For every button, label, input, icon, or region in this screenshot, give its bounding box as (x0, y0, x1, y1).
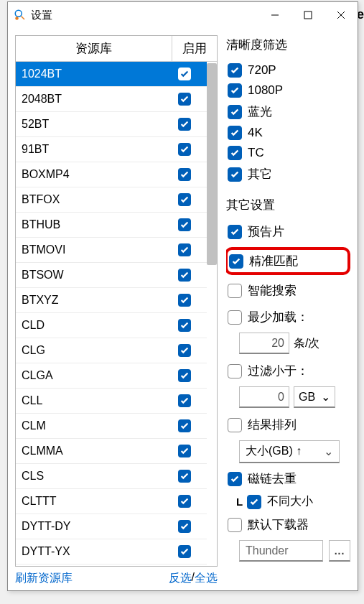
default-dl-option[interactable]: 默认下载器 (226, 514, 350, 536)
dedupe-checkbox[interactable] (228, 472, 242, 486)
enable-cell[interactable] (162, 419, 207, 432)
checkbox-icon[interactable] (178, 470, 191, 483)
close-button[interactable] (325, 4, 358, 27)
dedupe-option[interactable]: 磁链去重 (226, 468, 350, 490)
enable-cell[interactable] (162, 218, 207, 231)
checkbox-icon[interactable] (178, 520, 191, 533)
table-row[interactable]: BTMOVI (16, 238, 207, 263)
enable-cell[interactable] (162, 545, 207, 558)
checkbox-icon[interactable] (178, 93, 191, 106)
checkbox-icon[interactable] (178, 168, 191, 181)
clarity-option[interactable]: 1080P (226, 80, 350, 101)
enable-cell[interactable] (162, 168, 207, 181)
filter-lt-input[interactable] (239, 386, 289, 408)
enable-cell[interactable] (162, 294, 207, 307)
checkbox-icon[interactable] (178, 419, 191, 432)
sort-select[interactable]: 大小(GB) ↑ ⌄ (239, 440, 340, 463)
sort-option[interactable]: 结果排列 (226, 414, 350, 436)
checkbox-icon[interactable] (178, 445, 191, 457)
clarity-option[interactable]: 蓝光 (226, 101, 350, 123)
minimize-button[interactable] (258, 4, 291, 27)
clarity-checkbox[interactable] (228, 126, 242, 140)
enable-cell[interactable] (162, 344, 207, 357)
filter-lt-unit[interactable]: GB ⌄ (294, 386, 335, 408)
enable-cell[interactable] (162, 93, 207, 106)
table-row[interactable]: 2048BT (16, 87, 207, 112)
scroll-thumb[interactable] (207, 63, 217, 265)
checkbox-icon[interactable] (178, 369, 191, 382)
enable-cell[interactable] (162, 243, 207, 256)
table-row[interactable]: CLTTT (16, 489, 207, 514)
enable-cell[interactable] (162, 394, 207, 407)
col-name-header[interactable]: 资源库 (16, 36, 172, 62)
table-row[interactable]: CLL (16, 389, 207, 414)
select-all-link[interactable]: 全选 (195, 571, 218, 586)
min-load-option[interactable]: 最少加载： (226, 306, 350, 328)
checkbox-icon[interactable] (178, 193, 191, 206)
table-row[interactable]: CLD (16, 313, 207, 338)
enable-cell[interactable] (162, 470, 207, 483)
table-row[interactable]: CLG (16, 338, 207, 363)
table-row[interactable]: 91BT (16, 137, 207, 162)
table-row[interactable]: BTXYZ (16, 288, 207, 313)
scrollbar[interactable] (207, 62, 217, 566)
checkbox-icon[interactable] (178, 294, 191, 307)
exact-checkbox[interactable] (229, 254, 243, 269)
enable-cell[interactable] (162, 68, 207, 80)
clarity-option[interactable]: TC (226, 143, 350, 163)
maximize-button[interactable] (291, 4, 325, 27)
refresh-link[interactable]: 刷新资源库 (15, 571, 73, 586)
enable-cell[interactable] (162, 118, 207, 131)
checkbox-icon[interactable] (178, 319, 191, 332)
enable-cell[interactable] (162, 143, 207, 156)
browse-button[interactable]: ... (329, 540, 350, 562)
clarity-checkbox[interactable] (228, 83, 242, 98)
exact-match-option[interactable]: 精准匹配 (226, 247, 350, 275)
checkbox-icon[interactable] (178, 243, 191, 256)
table-row[interactable]: CLM (16, 414, 207, 439)
table-row[interactable]: DYTT-YX (16, 539, 207, 564)
trailer-option[interactable]: 预告片 (226, 220, 350, 243)
enable-cell[interactable] (162, 445, 207, 457)
table-row[interactable]: DYTT-DY (16, 514, 207, 539)
col-enable-header[interactable]: 启用 (172, 36, 217, 62)
checkbox-icon[interactable] (178, 545, 191, 558)
sort-checkbox[interactable] (228, 418, 242, 432)
enable-cell[interactable] (162, 495, 207, 508)
default-dl-checkbox[interactable] (228, 518, 242, 532)
table-row[interactable]: BTSOW (16, 263, 207, 288)
enable-cell[interactable] (162, 520, 207, 533)
checkbox-icon[interactable] (178, 269, 191, 282)
clarity-option[interactable]: 720P (226, 60, 350, 80)
enable-cell[interactable] (162, 269, 207, 282)
checkbox-icon[interactable] (178, 344, 191, 357)
min-load-checkbox[interactable] (228, 310, 242, 325)
enable-cell[interactable] (162, 319, 207, 332)
clarity-option[interactable]: 4K (226, 123, 350, 143)
trailer-checkbox[interactable] (228, 225, 242, 239)
smart-checkbox[interactable] (228, 284, 242, 298)
checkbox-icon[interactable] (178, 218, 191, 231)
filter-lt-checkbox[interactable] (228, 364, 242, 378)
table-row[interactable]: CLS (16, 464, 207, 489)
default-dl-input[interactable] (239, 540, 323, 562)
checkbox-icon[interactable] (178, 68, 191, 80)
checkbox-icon[interactable] (178, 495, 191, 508)
clarity-checkbox[interactable] (228, 105, 242, 119)
checkbox-icon[interactable] (178, 143, 191, 156)
enable-cell[interactable] (162, 193, 207, 206)
clarity-option[interactable]: 其它 (226, 163, 350, 185)
table-row[interactable]: CLGA (16, 363, 207, 389)
table-row[interactable]: 52BT (16, 112, 207, 137)
table-row[interactable]: BTHUB (16, 213, 207, 238)
table-row[interactable]: 1024BT (16, 62, 207, 87)
clarity-checkbox[interactable] (228, 167, 242, 182)
checkbox-icon[interactable] (178, 394, 191, 407)
clarity-checkbox[interactable] (228, 63, 242, 78)
dedupe-size-checkbox[interactable] (247, 495, 261, 509)
table-row[interactable]: BTFOX (16, 187, 207, 213)
filter-lt-option[interactable]: 过滤小于： (226, 360, 350, 382)
invert-link[interactable]: 反选 (169, 571, 192, 586)
checkbox-icon[interactable] (178, 118, 191, 131)
dedupe-size-option[interactable]: L 不同大小 (226, 494, 350, 509)
